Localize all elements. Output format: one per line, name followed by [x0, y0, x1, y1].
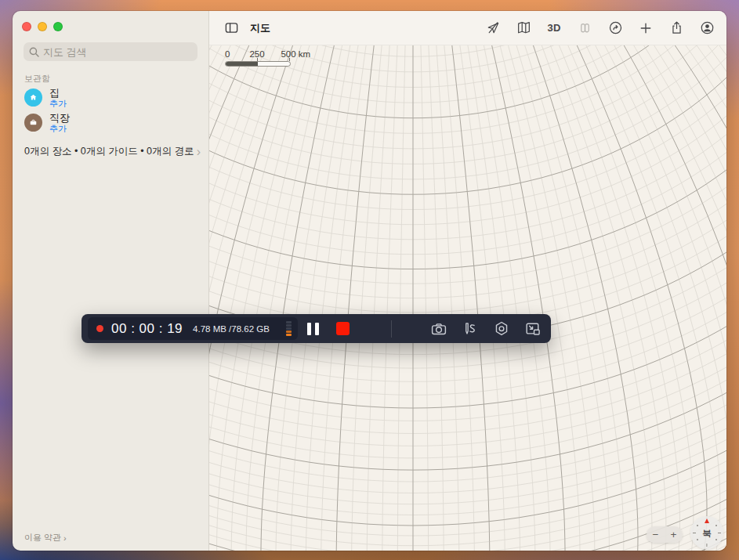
main-pane: 지도: [209, 11, 726, 551]
maps-window: 보관함 집 추가: [13, 11, 726, 551]
plus-icon: [639, 21, 653, 35]
compass-north-needle: [705, 518, 709, 523]
annotate-button[interactable]: [461, 320, 480, 338]
camera-icon: [429, 320, 448, 338]
zoom-in-button[interactable]: +: [665, 526, 683, 543]
compass-north-label: 북: [702, 528, 712, 540]
compass[interactable]: 북: [690, 516, 723, 549]
current-location-off-button[interactable]: [484, 20, 502, 37]
add-button[interactable]: [637, 20, 654, 37]
screenshot-button[interactable]: [429, 320, 448, 338]
look-around-button[interactable]: [576, 20, 593, 37]
scale-fill: [226, 62, 258, 66]
binoculars-icon: [578, 20, 592, 35]
toolbar-buttons: 3D: [484, 20, 715, 37]
scale-label-500km: 500 km: [281, 49, 310, 59]
map-graticule: [209, 45, 726, 551]
sidebar-toggle-button[interactable]: [223, 20, 240, 37]
recording-dot-icon: [96, 325, 103, 332]
library-summary-text: 0개의 장소 • 0개의 가이드 • 0개의 경로: [24, 145, 194, 158]
chevron-right-icon: ›: [197, 147, 201, 157]
compass-tick: [718, 533, 721, 533]
directions-button[interactable]: [607, 20, 624, 37]
terms-label: 이용 약관: [24, 532, 61, 544]
pen-annotation-icon: [461, 320, 480, 338]
minimize-button[interactable]: [38, 22, 47, 31]
compass-tick: [697, 539, 698, 540]
recording-timer: 00 : 00 : 19: [111, 321, 183, 337]
3d-mode-button[interactable]: 3D: [545, 20, 563, 37]
account-icon: [700, 20, 715, 35]
close-button[interactable]: [22, 22, 31, 31]
screen-recorder-toolbar: 00 : 00 : 19 4.78 MB /78.62 GB: [82, 314, 551, 343]
share-button[interactable]: [668, 20, 685, 37]
minimize-to-corner-icon: [523, 320, 542, 338]
favorite-work-label: 직장: [49, 113, 70, 124]
traffic-lights: [22, 22, 63, 31]
3d-label: 3D: [547, 22, 560, 34]
recorder-tools: [429, 320, 542, 338]
briefcase-icon: [24, 114, 42, 132]
settings-button[interactable]: [492, 320, 511, 338]
library-summary-row[interactable]: 0개의 장소 • 0개의 가이드 • 0개의 경로 ›: [24, 145, 201, 158]
search-input[interactable]: [43, 46, 192, 58]
recording-status-panel: 00 : 00 : 19 4.78 MB /78.62 GB: [88, 317, 298, 340]
compass-tick: [715, 539, 717, 540]
desktop-wallpaper: 보관함 집 추가: [0, 0, 739, 560]
favorite-home-row[interactable]: 집 추가: [24, 88, 199, 109]
fullscreen-button[interactable]: [53, 22, 63, 31]
directions-arrow-icon: [608, 20, 623, 35]
compass-tick: [715, 525, 717, 526]
library-section-label: 보관함: [24, 73, 50, 85]
stop-recording-button[interactable]: [336, 322, 350, 335]
map-search-field[interactable]: [24, 42, 197, 61]
minimize-toolbar-button[interactable]: [523, 320, 542, 338]
compass-tick: [693, 533, 696, 533]
map-canvas[interactable]: 0 250 500 km − + 북: [209, 45, 726, 551]
scale-label-0: 0: [225, 49, 230, 59]
map-scale-bar: 0 250 500 km: [225, 49, 300, 67]
window-title: 지도: [250, 21, 270, 35]
favorite-home-add-link[interactable]: 추가: [49, 99, 67, 109]
location-slash-icon: [486, 20, 501, 35]
settings-hexagon-icon: [492, 320, 511, 338]
zoom-controls: − +: [647, 526, 683, 543]
sidebar: 보관함 집 추가: [13, 11, 209, 551]
pause-icon: [307, 323, 311, 335]
favorite-work-row[interactable]: 직장 추가: [24, 113, 199, 134]
audio-level-meter: [286, 321, 292, 336]
search-icon: [29, 47, 39, 57]
home-icon: [24, 89, 42, 107]
stop-icon: [336, 322, 350, 335]
account-button[interactable]: [698, 20, 715, 37]
pause-recording-button[interactable]: [307, 323, 319, 335]
map-icon: [516, 20, 531, 35]
titlebar: 지도: [209, 11, 726, 45]
toolbar-divider: [391, 320, 392, 338]
scale-tick: [289, 58, 290, 61]
terms-of-use-link[interactable]: 이용 약관 ›: [24, 532, 67, 544]
favorite-work-add-link[interactable]: 추가: [49, 124, 70, 134]
sidebar-toggle-icon: [224, 20, 239, 35]
recording-storage: 4.78 MB /78.62 GB: [193, 324, 270, 334]
compass-tick: [697, 525, 698, 526]
map-mode-button[interactable]: [515, 20, 532, 37]
zoom-out-button[interactable]: −: [647, 526, 665, 543]
share-icon: [669, 20, 684, 35]
favorite-home-label: 집: [49, 88, 67, 99]
compass-tick: [706, 544, 707, 547]
chevron-right-icon: ›: [63, 533, 67, 543]
